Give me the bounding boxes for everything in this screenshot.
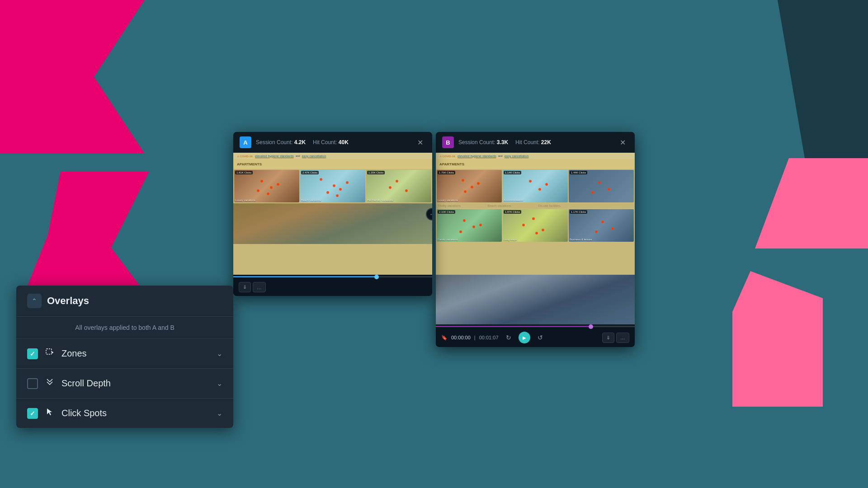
panel-b-image-grid-row2: 2.10K Clicks Family vacations 1.87K Clic… xyxy=(436,208,635,243)
overlay-item-scroll-depth[interactable]: Scroll Depth ⌄ xyxy=(16,369,233,399)
panel-b-cell-business: 1.17K Clicks Business & leisure xyxy=(569,209,634,242)
click-spots-label: Click Spots xyxy=(61,408,210,418)
panel-a-cell-pet: 1.20K Clicks Pet-friendly vacations xyxy=(366,170,431,202)
panel-a-download-button[interactable]: ⇓ xyxy=(239,282,251,292)
panel-a-beach-clicks: 2.47K Clicks xyxy=(301,171,319,174)
panel-b-accommodation-label: Accommodation xyxy=(504,199,523,202)
overlays-subtitle: All overlays applied to both A and B xyxy=(16,317,233,339)
panel-b-accommodation-clicks: 1.14K Clicks xyxy=(504,171,521,174)
panel-a-luxury-clicks: 1.81K Clicks xyxy=(235,171,253,174)
panel-b-heatmap: ⚠ COVID-19: elevated hygiene standards a… xyxy=(436,153,635,275)
hotspot xyxy=(598,181,601,184)
panel-b-row-labels: Thrifty vacations Beach vacations On-sit… xyxy=(436,203,635,208)
panel-b-cell-extra: 1.44K Clicks xyxy=(569,170,634,202)
panel-b-longstay-label: Long stays xyxy=(504,238,517,241)
svg-marker-3 xyxy=(47,408,52,415)
panel-b-progress-fill xyxy=(436,326,591,327)
hotspot xyxy=(545,183,548,186)
panel-b-progress-marker xyxy=(589,324,593,329)
panel-a-cell-beach: 2.47K Clicks Beach vacations xyxy=(300,170,365,202)
panel-a-pet-clicks: 1.20K Clicks xyxy=(367,171,385,174)
panel-b-image-grid-row1: 1.75K Clicks Luxury vacations 1.14K Clic… xyxy=(436,169,635,203)
panel-a-progress-fill xyxy=(233,276,377,277)
hotspot xyxy=(538,188,541,191)
panel-a-cell-luxury: 1.81K Clicks Luxury vacations xyxy=(234,170,299,202)
overlays-collapse-button[interactable]: ⌃ xyxy=(27,294,42,308)
panel-b-progress-track xyxy=(436,326,635,327)
panel-a-beach-label: Beach vacations xyxy=(301,199,321,202)
svg-rect-0 xyxy=(46,349,52,354)
panel-b-rewind-button[interactable]: ↻ xyxy=(502,332,515,343)
panel-a-footer-actions: ⇓ … xyxy=(239,282,266,292)
panel-a-heatmap: ⚠ COVID-19: elevated hygiene standards a… xyxy=(233,153,432,275)
hotspot xyxy=(463,219,466,222)
panel-b-time-display: 00:00:00 xyxy=(451,335,471,340)
hotspot xyxy=(326,191,329,194)
zones-expand-icon: ⌄ xyxy=(217,349,222,358)
panel-b-stats: Session Count: 3.3K Hit Count: 22K xyxy=(458,139,613,145)
panel-a-luxury-label: Luxury vacations xyxy=(235,199,255,202)
panel-b-longstay-clicks: 1.87K Clicks xyxy=(504,210,521,214)
panel-a-progress-container xyxy=(233,275,432,278)
hotspot xyxy=(595,230,598,233)
session-panel-a: A Session Count: 4.2K Hit Count: 40K ✕ xyxy=(233,132,432,296)
scroll-depth-label: Scroll Depth xyxy=(61,378,210,389)
panel-a-more-button[interactable]: … xyxy=(253,282,266,292)
click-spots-expand-icon: ⌄ xyxy=(217,409,222,418)
panel-b-scroll-content xyxy=(436,275,635,324)
panel-a-label: A xyxy=(240,136,251,148)
panel-b-room-photo xyxy=(436,275,635,324)
family-bg-b xyxy=(437,209,502,242)
panel-b-nav: APARTMENTS xyxy=(436,159,635,169)
hotspot xyxy=(260,180,263,183)
click-spots-checkbox[interactable] xyxy=(27,408,38,419)
panel-b-time-total: 00:01:07 xyxy=(479,335,499,340)
panel-b-business-clicks: 1.17K Clicks xyxy=(570,210,587,214)
panel-b-luxury-clicks: 1.75K Clicks xyxy=(438,171,455,174)
session-panel-b: B Session Count: 3.3K Hit Count: 22K ✕ xyxy=(436,132,635,347)
panel-a-stats: Session Count: 4.2K Hit Count: 40K xyxy=(256,139,410,145)
scroll-depth-checkbox[interactable] xyxy=(27,378,38,389)
overlay-item-click-spots[interactable]: Click Spots ⌄ xyxy=(16,399,233,428)
overlay-item-zones[interactable]: Zones ⌄ xyxy=(16,339,233,369)
bookmark-icon: 🔖 xyxy=(441,335,448,341)
scroll-depth-expand-icon: ⌄ xyxy=(217,379,222,388)
panel-b-cell-accommodation: 1.14K Clicks Accommodation xyxy=(503,170,568,202)
panel-b-family-label: Family vacations xyxy=(438,238,458,241)
zones-icon xyxy=(44,348,55,359)
luxury-bg xyxy=(234,170,299,202)
luxury-bg-b xyxy=(437,170,502,202)
panel-b-luxury-label: Luxury vacations xyxy=(438,199,458,202)
panel-a-banner: ⚠ COVID-19: elevated hygiene standards a… xyxy=(233,153,432,159)
click-spots-icon xyxy=(44,408,55,419)
zones-checkbox[interactable] xyxy=(27,348,38,359)
zones-label: Zones xyxy=(61,348,210,359)
panel-a-close-button[interactable]: ✕ xyxy=(415,137,426,148)
panel-b-play-button[interactable]: ▶ xyxy=(519,332,530,343)
hotspot xyxy=(346,181,349,184)
panel-a-pet-label: Pet-friendly vacations xyxy=(367,199,393,202)
panel-b-cell-family: 2.10K Clicks Family vacations xyxy=(437,209,502,242)
panel-b-close-button[interactable]: ✕ xyxy=(617,137,628,148)
scroll-depth-icon xyxy=(44,378,55,389)
panel-a-hit-label: Hit Count: 40K xyxy=(313,139,349,145)
accommodation-bg-b xyxy=(503,170,568,202)
panel-a-nav: APARTMENTS xyxy=(233,159,432,169)
hotspot xyxy=(396,180,398,183)
panel-b-playback: 🔖 00:00:00 | 00:01:07 ↻ ▶ ↺ xyxy=(441,332,599,343)
panel-b-business-label: Business & leisure xyxy=(570,238,592,241)
panel-a-progress-track xyxy=(233,276,432,277)
panel-b-banner: ⚠ COVID-19: elevated hygiene standards a… xyxy=(436,153,635,159)
panel-b-cell-longstay: 1.87K Clicks Long stays xyxy=(503,209,568,242)
panel-b-more-button[interactable]: … xyxy=(616,333,629,343)
panel-a-progress-marker xyxy=(374,275,379,279)
panel-b-footer-actions: ⇓ … xyxy=(602,333,629,343)
panel-a-header: A Session Count: 4.2K Hit Count: 40K ✕ xyxy=(233,132,432,153)
hotspot xyxy=(462,179,464,182)
hotspot xyxy=(529,180,532,183)
hotspot xyxy=(532,217,535,220)
panel-b-cell-luxury: 1.75K Clicks Luxury vacations xyxy=(437,170,502,202)
panel-b-refresh-button[interactable]: ↺ xyxy=(534,332,547,343)
panel-b-download-button[interactable]: ⇓ xyxy=(602,333,614,343)
panel-b-progress-container xyxy=(436,324,635,328)
